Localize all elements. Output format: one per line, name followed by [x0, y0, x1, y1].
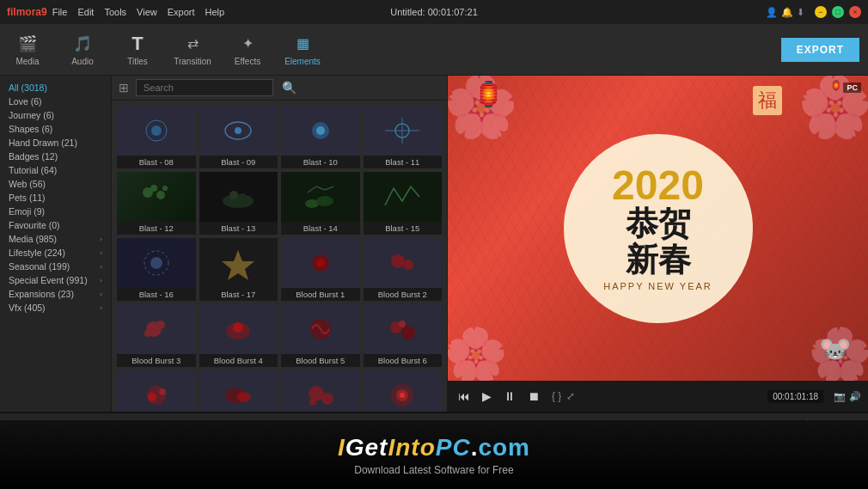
thumbnail	[117, 304, 196, 354]
list-item[interactable]: Blood Burst 7	[117, 370, 196, 412]
list-item[interactable]: Blast - 14	[281, 172, 360, 235]
extra-controls: 📷 🔊	[834, 391, 861, 402]
thumbnail	[281, 172, 360, 222]
preview-circle: 2020 恭贺新春 HAPPY NEW YEAR	[564, 134, 753, 323]
preview-background: 🌸 🌸 🌸 🌸 🏮 🏮 2020 恭贺新春 HAPPY NEW YEAR 福	[448, 76, 868, 381]
sidebar-item-web[interactable]: Web (56)	[3, 177, 107, 191]
thumbnail	[281, 370, 360, 412]
item-label: Blast - 17	[199, 288, 278, 301]
sidebar-item-love[interactable]: Love (6)	[3, 95, 107, 108]
svg-point-39	[321, 393, 333, 405]
tool-titles[interactable]: T Titles	[119, 34, 156, 66]
pc-watermark: PC	[843, 83, 861, 93]
user-icon: 👤	[766, 7, 778, 18]
thumbnail	[117, 238, 196, 288]
fullscreen-icon[interactable]: ⤢	[566, 390, 575, 402]
media-label: Media	[15, 57, 39, 66]
tool-elements[interactable]: ▦ Elements	[284, 34, 321, 66]
svg-point-43	[400, 393, 405, 398]
menu-view[interactable]: View	[137, 7, 157, 17]
volume-icon[interactable]: 🔊	[849, 391, 861, 402]
pause-button[interactable]: ⏸	[500, 388, 519, 405]
list-item[interactable]: Blood Burst 9	[281, 370, 360, 412]
sidebar-item-emoji[interactable]: Emoji (9)	[3, 205, 107, 218]
sidebar-item-specialevent[interactable]: Special Event (991) ›	[3, 273, 107, 287]
lantern-decoration: 🏮	[474, 80, 504, 108]
menu-help[interactable]: Help	[205, 7, 225, 17]
playback-controls: ⏮ ▶ ⏸ ⏹ { } ⤢ 00:01:01:18 📷 🔊	[448, 381, 868, 412]
tool-effects[interactable]: ✦ Effects	[229, 34, 266, 66]
svg-point-26	[144, 330, 151, 337]
svg-point-32	[399, 321, 406, 327]
preview-video: 🌸 🌸 🌸 🌸 🏮 🏮 2020 恭贺新春 HAPPY NEW YEAR 福	[448, 76, 868, 381]
list-item[interactable]: Blast - 17	[199, 238, 278, 301]
svg-point-23	[403, 260, 413, 270]
wm-into: Into	[388, 434, 435, 461]
export-area: EXPORT	[781, 38, 859, 62]
thumbnail	[364, 304, 443, 354]
menu-tools[interactable]: Tools	[104, 7, 126, 17]
watermark-text: IGetIntoPC.com	[338, 434, 530, 461]
sidebar-item-favourite[interactable]: Favourite (0)	[3, 218, 107, 232]
item-label: Blast - 16	[117, 288, 196, 301]
list-item[interactable]: Blood Burst 5	[281, 304, 360, 367]
titles-label: Titles	[127, 57, 148, 66]
thumbnail	[199, 238, 278, 288]
list-item[interactable]: Blast - 13	[199, 172, 278, 235]
export-button[interactable]: EXPORT	[781, 38, 859, 62]
list-item[interactable]: Blood Burst 1	[281, 238, 360, 301]
sidebar-item-journey[interactable]: Journey (6)	[3, 108, 107, 122]
thumbnail	[199, 304, 278, 354]
sidebar-item-badges[interactable]: Badges (12)	[3, 150, 107, 163]
list-item[interactable]: Blast - 15	[364, 172, 443, 235]
list-item[interactable]: Blast - 09	[199, 106, 278, 168]
grid-layout-icon[interactable]: ⊞	[119, 81, 129, 95]
app-logo: filmora9	[7, 6, 47, 18]
thumbnail	[199, 172, 278, 222]
tool-audio[interactable]: 🎵 Audio	[64, 34, 101, 66]
svg-point-14	[229, 191, 238, 199]
minimize-button[interactable]: −	[815, 6, 827, 18]
sidebar-item-seasonal[interactable]: Seasonal (199) ›	[3, 260, 107, 273]
svg-point-34	[148, 393, 156, 401]
list-item[interactable]: Blast - 11	[364, 106, 443, 168]
sidebar-item-tutorial[interactable]: Tutorial (64)	[3, 163, 107, 177]
stop-button[interactable]: ⏹	[524, 388, 543, 405]
list-item[interactable]: Blood Burst 2	[364, 238, 443, 301]
skip-back-button[interactable]: ⏮	[455, 388, 474, 405]
list-item[interactable]: Blood Burt 10	[364, 370, 443, 412]
sidebar-item-expansions[interactable]: Expansions (23) ›	[3, 287, 107, 301]
play-button[interactable]: ▶	[479, 388, 495, 405]
menu-edit[interactable]: Edit	[77, 7, 94, 17]
list-item[interactable]: Blood Burst 8	[199, 370, 278, 412]
sidebar-item-handdrawn[interactable]: Hand Drawn (21)	[3, 136, 107, 150]
list-item[interactable]: Blood Burst 3	[117, 304, 196, 367]
list-item[interactable]: Blast - 08	[117, 106, 196, 168]
maximize-button[interactable]: □	[832, 6, 844, 18]
flowers-decoration-bl: 🌸	[448, 324, 508, 381]
sidebar-item-pets[interactable]: Pets (11)	[3, 191, 107, 205]
sidebar-item-vfx[interactable]: Vfx (405) ›	[3, 301, 107, 315]
fu-character: 福	[753, 86, 782, 115]
sidebar-item-shapes[interactable]: Shapes (6)	[3, 122, 107, 136]
list-item[interactable]: Blast - 10	[281, 106, 360, 168]
menu-file[interactable]: File	[52, 7, 68, 17]
menu-export[interactable]: Export	[168, 7, 195, 17]
sidebar-item-media[interactable]: Media (985) ›	[3, 232, 107, 246]
list-item[interactable]: Blast - 12	[117, 172, 196, 235]
tool-transition[interactable]: ⇄ Transition	[174, 34, 211, 66]
transition-icon: ⇄	[182, 34, 203, 54]
list-item[interactable]: Blast - 16	[117, 238, 196, 301]
sidebar-item-lifestyle[interactable]: Lifestyle (224) ›	[3, 246, 107, 260]
titles-icon: T	[127, 34, 148, 54]
sidebar-item-all[interactable]: All (3018)	[3, 81, 107, 95]
settings-icon[interactable]: { }	[552, 390, 561, 402]
search-input[interactable]	[136, 79, 273, 96]
watermark-overlay: IGetIntoPC.com Download Latest Software …	[0, 420, 868, 489]
tool-media[interactable]: 🎬 Media	[9, 34, 46, 66]
svg-point-1	[151, 125, 162, 136]
snapshot-icon[interactable]: 📷	[834, 391, 846, 402]
close-button[interactable]: ×	[849, 6, 861, 18]
list-item[interactable]: Blood Burst 4	[199, 304, 278, 367]
list-item[interactable]: Blood Burst 6	[364, 304, 443, 367]
